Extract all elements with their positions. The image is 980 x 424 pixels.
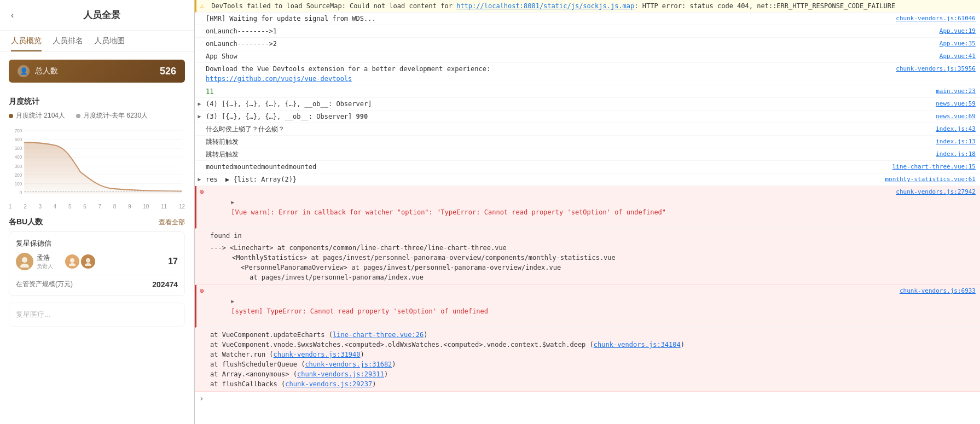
console-line-after: 跳转后触发 index.js:18 [195, 148, 980, 161]
console-line-arr3: ▶ (3) [{…}, {…}, {…}, __ob__: Observer] … [195, 111, 980, 123]
console-text-arr3: (3) [{…}, {…}, {…}, __ob__: Observer] 99… [206, 112, 930, 121]
stack-link-3[interactable]: chunk-vendors.js:31940 [274, 351, 361, 358]
error-component-3: <PersonnelPanoramaOverview> at pages/inv… [210, 263, 976, 272]
person-info: 孟浩 负责人 [37, 253, 53, 270]
left-panel: ‹ 人员全景 人员概览 人员排名 人员地图 👤 总人数 526 月度统计 月度统… [0, 0, 194, 424]
legend-dot-last-year [76, 114, 80, 118]
avatar-group [65, 254, 95, 269]
console-line-mounted: mountedmountedmountedmounted line-chart-… [195, 161, 980, 173]
console-line-lock: 什么时侯上锁了？什么锁？ index.js:43 [195, 123, 980, 136]
total-count-value: 526 [160, 66, 176, 77]
stack-link-1[interactable]: line-chart-three.vue:26 [333, 331, 424, 339]
view-all-button[interactable]: 查看全部 [159, 218, 185, 227]
console-source-launch2[interactable]: App.vue:35 [934, 39, 976, 49]
expand-arr4[interactable]: ▶ [198, 99, 201, 109]
legend-item-last-year: 月度统计-去年 6230人 [76, 111, 148, 120]
stack-4: at flushSchedulerQueue (chunk-vendors.js… [210, 359, 976, 369]
svg-text:400: 400 [15, 154, 22, 160]
console-warning-text: DevTools failed to load SourceMap: Could… [207, 1, 976, 11]
console-source-arr3[interactable]: news.vue:69 [930, 112, 976, 121]
stack-link-4[interactable]: chunk-vendors.js:31682 [305, 361, 392, 368]
console-source-11[interactable]: main.vue:23 [930, 86, 976, 96]
console-line-hmr: [HMR] Waiting for update signal from WDS… [195, 13, 980, 25]
legend-item-current: 月度统计 2104人 [9, 111, 65, 120]
line-chart: 700 600 500 400 300 200 100 0 [9, 125, 185, 201]
bu-card-name: 复星保德信 [16, 239, 178, 248]
bu-section-header: 各BU人数 查看全部 [0, 210, 194, 231]
tab-overview[interactable]: 人员概览 [11, 31, 42, 51]
error-detail-block-1: found in ---> <Linechart> at components/… [195, 229, 980, 285]
svg-text:600: 600 [15, 137, 22, 142]
console-warning-line: ⚠ DevTools failed to load SourceMap: Cou… [195, 0, 980, 13]
svg-text:100: 100 [15, 181, 22, 187]
console-text-after: 跳转后触发 [206, 149, 930, 159]
console-source-mounted[interactable]: line-chart-three.vue:15 [887, 162, 976, 172]
console-text-res: res ▶ {list: Array(2)} [206, 175, 879, 184]
console-text-before: 跳转前触发 [206, 137, 930, 147]
console-source-after[interactable]: index.js:18 [930, 149, 976, 159]
avatar-extra-2 [81, 254, 95, 269]
devtools-console: ⚠ DevTools failed to load SourceMap: Cou… [194, 0, 980, 424]
svg-point-19 [69, 263, 76, 266]
error-component-1: ---> <Linechart> at components/common/li… [210, 243, 976, 253]
console-source-res[interactable]: monthly-statistics.vue:61 [879, 175, 976, 184]
console-line-11: 11 main.vue:23 [195, 85, 980, 98]
console-text-hmr: [HMR] Waiting for update signal from WDS… [206, 14, 890, 24]
legend-label-last-year: 月度统计-去年 6230人 [83, 111, 148, 120]
error-detail-block-2: at VueComponent.updateEcharts (line-char… [195, 328, 980, 392]
expand-more-button[interactable]: › [195, 392, 980, 405]
console-source-hmr[interactable]: chunk-vendors.js:61046 [890, 14, 976, 24]
warning-icon: ⚠ [196, 1, 207, 11]
console-text-launch1: onLaunch-------->1 [206, 26, 934, 36]
console-source-arr4[interactable]: news.vue:59 [930, 99, 976, 109]
stack-link-6[interactable]: chunk-vendors.js:29237 [285, 380, 372, 388]
console-text-11: 11 [206, 86, 930, 96]
tab-map[interactable]: 人员地图 [94, 31, 125, 51]
stack-link-5[interactable]: chunk-vendors.js:29311 [297, 370, 384, 378]
console-source-before[interactable]: index.js:13 [930, 137, 976, 147]
console-line-download: Download the Vue Devtools extension for … [195, 63, 980, 85]
stack-1: at VueComponent.updateEcharts (line-char… [210, 330, 976, 340]
expand-res[interactable]: ▶ [198, 175, 201, 184]
stack-5: at Array.<anonymous> (chunk-vendors.js:2… [210, 369, 976, 379]
console-text-arr4: (4) [{…}, {…}, {…}, {…}, __ob__: Observe… [206, 99, 930, 109]
console-text-appshow: App Show [206, 51, 934, 61]
vue-devtools-link[interactable]: https://github.com/vuejs/vue-devtools [206, 75, 352, 83]
total-count-label: 总人数 [35, 66, 160, 76]
console-source-launch1[interactable]: App.vue:19 [934, 26, 976, 36]
console-source-system-err[interactable]: chunk-vendors.js:6933 [894, 286, 976, 296]
bu-card-people: 孟浩 负责人 17 [16, 253, 178, 270]
svg-point-21 [85, 263, 91, 266]
console-text-launch2: onLaunch-------->2 [206, 39, 934, 49]
person-icon: 👤 [18, 65, 30, 77]
console-line-before: 跳转前触发 index.js:13 [195, 136, 980, 148]
bu-stat-value: 202474 [152, 280, 178, 289]
expand-arr3[interactable]: ▶ [198, 112, 201, 121]
stack-2: at VueComponent.vnode.$wxsWatches.<compu… [210, 340, 976, 350]
expand-warn[interactable]: ▶ [231, 199, 234, 205]
total-count-bar: 👤 总人数 526 [9, 60, 185, 83]
svg-point-16 [22, 257, 27, 263]
console-error-line-1: ⊗ ▶ [Vue warn]: Error in callback for wa… [195, 186, 980, 229]
console-line-launch2: onLaunch-------->2 App.vue:35 [195, 38, 980, 50]
chart-svg: 700 600 500 400 300 200 100 0 [9, 125, 185, 201]
svg-text:0: 0 [20, 190, 22, 195]
page-title: 人员全景 [20, 9, 183, 21]
svg-point-18 [70, 258, 74, 263]
bu-person-count: 17 [168, 257, 178, 266]
stack-6: at flushCallbacks (chunk-vendors.js:2923… [210, 379, 976, 389]
svg-point-20 [86, 258, 90, 263]
tab-ranking[interactable]: 人员排名 [53, 31, 83, 51]
back-button[interactable]: ‹ [11, 10, 14, 20]
console-source-lock[interactable]: index.js:43 [930, 124, 976, 134]
console-text-lock: 什么时侯上锁了？什么锁？ [206, 124, 930, 134]
console-source-warn[interactable]: chunk-vendors.js:27942 [890, 187, 976, 197]
console-source-download[interactable]: chunk-vendors.js:35956 [890, 64, 976, 74]
bu-card: 复星保德信 孟浩 负责人 17 在管资产规模(万元) 202474 [9, 231, 185, 296]
person-name: 孟浩 [37, 253, 53, 263]
expand-system-err[interactable]: ▶ [231, 298, 234, 304]
stack-link-2[interactable]: chunk-vendors.js:34104 [594, 341, 681, 349]
console-source-appshow[interactable]: App.vue:41 [934, 51, 976, 61]
sourcemap-link[interactable]: http://localhost:8081/static/js/sockjs.j… [456, 2, 634, 10]
person-role: 负责人 [37, 263, 53, 270]
